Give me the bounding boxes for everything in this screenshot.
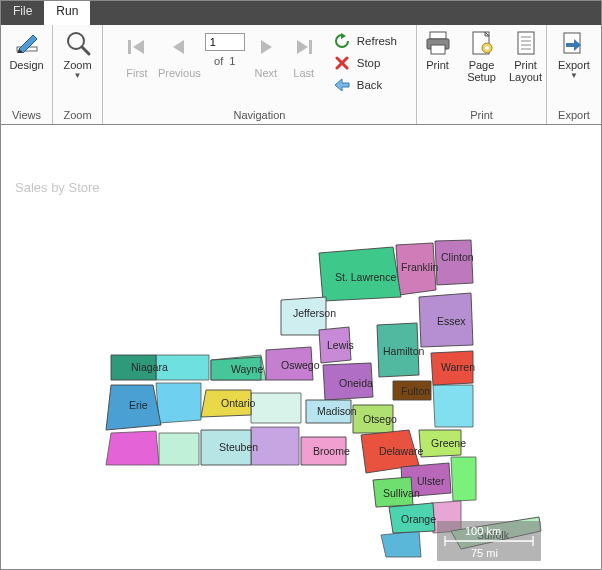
first-icon [125, 35, 149, 59]
group-print: Print Page Setup Print Layout Print [417, 25, 547, 124]
county-label: Greene [431, 437, 466, 449]
stop-label: Stop [357, 57, 381, 69]
svg-marker-9 [341, 33, 346, 39]
page-setup-icon [468, 29, 496, 57]
svg-rect-13 [430, 32, 446, 39]
group-export-label: Export [551, 107, 597, 124]
next-label: Next [254, 67, 277, 79]
svg-rect-19 [518, 32, 534, 54]
svg-text:100 km: 100 km [465, 525, 501, 537]
report-canvas[interactable]: Sales by Store ClintonFranklinSt. Lawren… [1, 125, 601, 569]
refresh-label: Refresh [357, 35, 397, 47]
previous-label: Previous [158, 67, 201, 79]
county-label: Erie [129, 399, 148, 411]
print-layout-icon [512, 29, 540, 57]
county-label: Franklin [401, 261, 439, 273]
county-label: Oneida [339, 377, 373, 389]
stop-icon [333, 54, 351, 72]
county-label: Oswego [281, 359, 320, 371]
next-icon [254, 35, 278, 59]
next-button[interactable]: Next [247, 27, 285, 81]
zoom-button[interactable]: Zoom ▼ [58, 27, 98, 83]
app-window: File Run Design Views [0, 0, 602, 570]
design-label: Design [9, 59, 43, 71]
page-input[interactable] [205, 33, 245, 51]
page-box: of 1 [203, 27, 247, 67]
of-label: of [214, 55, 223, 67]
first-button[interactable]: First [118, 27, 156, 81]
svg-marker-12 [335, 79, 349, 91]
back-icon [333, 76, 351, 94]
print-label: Print [426, 59, 449, 71]
group-navigation-label: Navigation [107, 107, 412, 124]
group-views: Design Views [1, 25, 53, 124]
county-label: Broome [313, 445, 350, 457]
svg-marker-5 [173, 40, 184, 54]
print-button[interactable]: Print [418, 27, 458, 73]
group-views-label: Views [5, 107, 48, 124]
design-button[interactable]: Design [5, 27, 47, 73]
previous-button[interactable]: Previous [156, 27, 203, 81]
refresh-icon [333, 32, 351, 50]
export-button[interactable]: Export ▼ [554, 27, 594, 83]
svg-text:75 mi: 75 mi [471, 547, 498, 559]
svg-rect-15 [431, 45, 445, 54]
back-label: Back [357, 79, 383, 91]
tab-file[interactable]: File [1, 1, 44, 25]
tab-bar: File Run [1, 1, 601, 25]
group-zoom: Zoom ▼ Zoom [53, 25, 103, 124]
county-label: Fulton [401, 385, 430, 397]
tab-run[interactable]: Run [44, 1, 90, 25]
last-icon [292, 35, 316, 59]
county-label: Madison [317, 405, 357, 417]
county-label: Otsego [363, 413, 397, 425]
svg-marker-7 [297, 40, 308, 54]
county-label: St. Lawrence [335, 271, 396, 283]
last-label: Last [293, 67, 314, 79]
svg-marker-6 [261, 40, 272, 54]
county-label: Steuben [219, 441, 258, 453]
svg-line-2 [82, 47, 89, 54]
scale-bar: 100 km 75 mi [437, 521, 541, 561]
county-label: Hamilton [383, 345, 425, 357]
previous-icon [167, 35, 191, 59]
export-icon [560, 29, 588, 57]
printer-icon [424, 29, 452, 57]
county-label: Ontario [221, 397, 256, 409]
group-zoom-label: Zoom [57, 107, 98, 124]
county-label: Wayne [231, 363, 263, 375]
county-label: Orange [401, 513, 436, 525]
back-button[interactable]: Back [329, 75, 387, 95]
county-label: Clinton [441, 251, 474, 263]
group-navigation: First Previous of 1 [103, 25, 417, 124]
refresh-button[interactable]: Refresh [329, 31, 401, 51]
county-label: Niagara [131, 361, 168, 373]
chevron-down-icon: ▼ [74, 72, 82, 81]
last-button[interactable]: Last [285, 27, 323, 81]
svg-marker-4 [133, 40, 144, 54]
county-label: Jefferson [293, 307, 336, 319]
first-label: First [126, 67, 147, 79]
svg-rect-8 [309, 40, 312, 54]
page-setup-button[interactable]: Page Setup [462, 27, 502, 85]
ribbon: Design Views Zoom ▼ Zoom [1, 25, 601, 125]
group-print-label: Print [421, 107, 542, 124]
svg-rect-3 [128, 40, 131, 54]
county-label: Essex [437, 315, 466, 327]
export-label: Export [558, 59, 590, 71]
county-label: Delaware [379, 445, 424, 457]
group-export: Export ▼ Export [547, 25, 601, 124]
zoom-label: Zoom [63, 59, 91, 71]
county-label: Warren [441, 361, 475, 373]
print-layout-button[interactable]: Print Layout [506, 27, 546, 85]
county-label: Ulster [417, 475, 445, 487]
print-layout-label: Print Layout [509, 59, 542, 83]
county-label: Lewis [327, 339, 354, 351]
stop-button[interactable]: Stop [329, 53, 385, 73]
chevron-down-icon: ▼ [570, 72, 578, 81]
magnifier-icon [64, 29, 92, 57]
page-count: 1 [229, 55, 235, 67]
page-setup-label: Page Setup [467, 59, 496, 83]
svg-point-18 [485, 46, 489, 50]
map-visual: ClintonFranklinSt. LawrenceJeffersonLewi… [101, 205, 551, 569]
